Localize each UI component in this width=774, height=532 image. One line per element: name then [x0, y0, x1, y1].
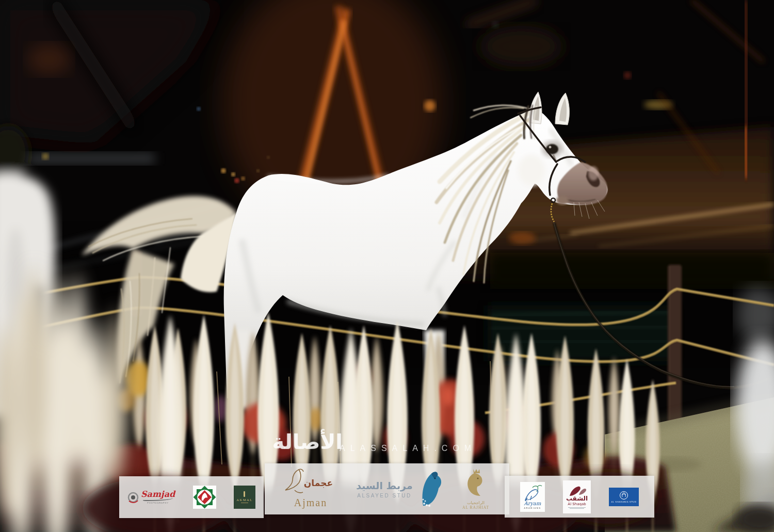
watermark-site-text: ALASSALAH.COM — [340, 444, 476, 453]
akmal-glyph — [244, 491, 245, 497]
alrajhiat-gold-horse-icon — [461, 468, 491, 500]
samjad-swoosh — [143, 497, 173, 501]
sponsor-panel-center: عجمان Ajman مربط السيد ALSAYED STUD الرا… — [265, 463, 509, 514]
ajman-stud-logo: عجمان Ajman — [279, 465, 342, 513]
alshaqab-caption-line — [568, 507, 586, 508]
alsayed-stud-logo: مربط السيد ALSAYED STUD — [356, 469, 442, 510]
samjad-caption: PHOTOGRAPHY — [147, 502, 168, 504]
alshaqab-caption-line2 — [570, 508, 584, 509]
alshaqab-logo: الشقب Al Shaqab — [563, 480, 591, 513]
akmal-logo: AKMAL — [234, 486, 255, 509]
alsayed-arabic-text: مربط السيد — [356, 480, 412, 491]
alshaqab-wordmark: Al Shaqab — [568, 502, 586, 506]
photo-stage: الأصالة ALASSALAH.COM Samjad PHOTOGRAPHY… — [0, 0, 774, 532]
ajman-wordmark: Ajman — [279, 497, 342, 509]
alassalah-arabic-logo: الأصالة — [270, 423, 343, 460]
alrajhiat-logo: الراجحيات AL RAJHIAT — [457, 468, 495, 510]
akmal-wordmark: AKMAL — [236, 498, 252, 502]
sponsor-panel-right: Aryam ARABIANS الشقب Al Shaqab AL SHAHAN… — [505, 476, 654, 518]
alshahania-wordmark: AL SHAHANIA STUD — [611, 501, 636, 503]
alsayed-blue-horse-icon — [416, 469, 443, 510]
emirates-arabian-horse-society-logo — [192, 485, 217, 509]
alsayed-wordmark: ALSAYED STUD — [357, 493, 411, 498]
camera-lens-icon — [127, 491, 139, 504]
aryam-wordmark: Aryam — [524, 501, 541, 506]
aryam-sub-label: ARABIANS — [524, 507, 541, 509]
alrajhiat-arabic-text: الراجحيات — [467, 501, 485, 505]
samjad-photography-logo: Samjad PHOTOGRAPHY — [127, 490, 175, 504]
ajman-arabic-calligraphy: عجمان — [304, 478, 333, 488]
aryam-horse-palm-icon — [522, 485, 543, 502]
akmal-divider — [241, 503, 248, 503]
aryam-arabians-logo: Aryam ARABIANS — [520, 482, 545, 512]
alshahania-monogram-icon — [619, 491, 628, 500]
alshaqab-arabic-text: الشقب — [566, 495, 588, 502]
alrajhiat-wordmark: AL RAJHIAT — [462, 505, 489, 510]
sponsor-panel-left: Samjad PHOTOGRAPHY AKMAL — [119, 476, 264, 518]
alshahania-stud-logo: AL SHAHANIA STUD — [609, 488, 639, 506]
